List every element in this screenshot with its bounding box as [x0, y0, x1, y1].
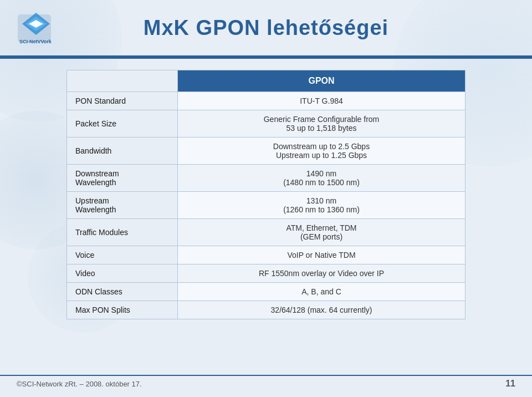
footer: ©SCI-Network zRt. – 2008. október 17. 11 — [0, 375, 532, 391]
table-column-header: GPON — [178, 70, 466, 92]
table-row: ODN ClassesA, B, and C — [67, 283, 466, 301]
table-row: DownstreamWavelength1490 nm(1480 nm to 1… — [67, 165, 466, 192]
table-cell-value: 1490 nm(1480 nm to 1500 nm) — [178, 165, 466, 192]
logo: SCI-NetVVork — [17, 10, 55, 46]
table-cell-value: ATM, Ethernet, TDM(GEM ports) — [178, 219, 466, 246]
table-cell-label: Video — [67, 264, 178, 283]
table-cell-label: PON Standard — [67, 92, 178, 110]
table-row: BandwidthDownstream up to 2.5 GbpsUpstre… — [67, 138, 466, 165]
table-cell-value: VoIP or Native TDM — [178, 246, 466, 264]
table-cell-label: ODN Classes — [67, 283, 178, 301]
table-cell-value: Downstream up to 2.5 GbpsUpstream up to … — [178, 138, 466, 165]
table-cell-label: Traffic Modules — [67, 219, 178, 246]
table-cell-value: A, B, and C — [178, 283, 466, 301]
footer-text: ©SCI-Network zRt. – 2008. október 17. — [17, 380, 142, 388]
table-cell-value: RF 1550nm overlay or Video over IP — [178, 264, 466, 283]
table-row: UpstreamWavelength1310 nm(1260 nm to 136… — [67, 192, 466, 219]
main-content: GPON PON StandardITU-T G.984Packet SizeG… — [0, 59, 532, 325]
table-row: Max PON Splits32/64/128 (max. 64 current… — [67, 301, 466, 319]
table-cell-label: UpstreamWavelength — [67, 192, 178, 219]
header: SCI-NetVVork MxK GPON lehetőségei — [0, 0, 532, 55]
table-cell-label: Bandwidth — [67, 138, 178, 165]
table-row: Traffic ModulesATM, Ethernet, TDM(GEM po… — [67, 219, 466, 246]
table-cell-label: Packet Size — [67, 110, 178, 138]
table-cell-value: Generic Frame Configurable from53 up to … — [178, 110, 466, 138]
footer-page-number: 11 — [505, 379, 515, 389]
table-empty-header — [67, 70, 178, 92]
gpon-table: GPON PON StandardITU-T G.984Packet SizeG… — [66, 70, 466, 319]
table-row: Packet SizeGeneric Frame Configurable fr… — [67, 110, 466, 138]
table-cell-value: 32/64/128 (max. 64 currently) — [178, 301, 466, 319]
table-cell-label: Max PON Splits — [67, 301, 178, 319]
table-cell-label: Voice — [67, 246, 178, 264]
table-row: VideoRF 1550nm overlay or Video over IP — [67, 264, 466, 283]
page-title: MxK GPON lehetőségei — [55, 16, 477, 40]
table-row: VoiceVoIP or Native TDM — [67, 246, 466, 264]
svg-text:SCI-NetVVork: SCI-NetVVork — [19, 39, 52, 44]
table-cell-label: DownstreamWavelength — [67, 165, 178, 192]
table-cell-value: 1310 nm(1260 nm to 1360 nm) — [178, 192, 466, 219]
table-row: PON StandardITU-T G.984 — [67, 92, 466, 110]
table-cell-value: ITU-T G.984 — [178, 92, 466, 110]
